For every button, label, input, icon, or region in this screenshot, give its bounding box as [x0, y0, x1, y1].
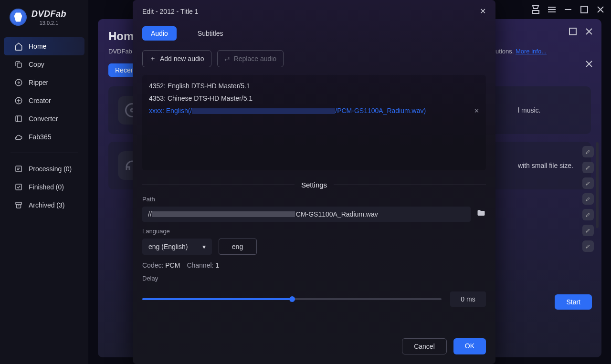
svg-rect-9	[569, 28, 576, 35]
chevron-down-icon: ▾	[202, 243, 206, 250]
button-label: Add new audio	[160, 55, 204, 62]
language-select[interactable]: eng (English) ▾	[142, 239, 212, 255]
delay-slider[interactable]	[142, 298, 442, 300]
slider-fill	[142, 298, 292, 300]
sidebar: DVDFab 13.0.2.1 Home Copy Ripper Creator…	[0, 0, 88, 364]
disc-icon	[14, 78, 23, 87]
card-text: l music.	[518, 106, 540, 114]
svg-rect-6	[16, 184, 21, 190]
app-name: DVDFab	[32, 9, 66, 19]
scrollbar[interactable]	[596, 142, 599, 228]
edit-badge-icon[interactable]	[582, 193, 594, 205]
nav-label: Copy	[29, 61, 44, 68]
creator-icon	[14, 96, 23, 105]
swap-icon: ⇄	[224, 55, 230, 62]
nav-label: Archived (3)	[29, 201, 64, 209]
cloud-icon	[14, 133, 23, 141]
edit-modal: Edit - 2012 - Title 1 ✕ Audio Subtitles …	[133, 0, 495, 364]
desc-prefix: DVDFab	[108, 48, 134, 55]
archive-icon	[14, 201, 23, 209]
panel-inner-close-icon[interactable]	[583, 58, 595, 70]
path-field[interactable]: //CM-GS1100A_Radium.wav	[142, 207, 471, 222]
remove-track-button[interactable]: ✕	[474, 107, 479, 114]
nav-label: Home	[29, 42, 46, 50]
edit-badge-icon[interactable]	[582, 146, 594, 157]
browse-folder-button[interactable]	[476, 208, 486, 220]
edit-badge-icon[interactable]	[582, 162, 594, 173]
panel-close-icon[interactable]	[583, 26, 595, 37]
start-button[interactable]: Start	[555, 294, 592, 310]
copy-icon	[14, 60, 23, 69]
edit-badge-icon[interactable]	[582, 225, 594, 236]
modal-title: Edit - 2012 - Title 1	[142, 8, 199, 15]
slider-thumb[interactable]	[289, 296, 295, 302]
maximize-button[interactable]	[579, 4, 590, 15]
menu-icon[interactable]	[546, 4, 558, 15]
plus-icon: ＋	[149, 54, 156, 63]
home-icon	[14, 42, 23, 51]
card-text: with small file size.	[518, 162, 573, 169]
language-label: Language	[142, 228, 486, 235]
edit-badge-icon[interactable]	[582, 209, 594, 220]
delay-label: Delay	[142, 275, 486, 282]
nav-ripper[interactable]: Ripper	[4, 73, 84, 92]
minimize-button[interactable]	[562, 4, 574, 15]
settings-heading: Settings	[301, 181, 327, 189]
audio-track-row-selected[interactable]: xxxx: English(//PCM-GS1100A_Radium.wav) …	[142, 104, 486, 117]
nav-label: Finished (0)	[29, 183, 64, 191]
track-label: 4352: English DTS-HD Master/5.1	[149, 82, 250, 90]
nav-copy[interactable]: Copy	[4, 55, 84, 73]
more-info-link[interactable]: More info...	[516, 48, 547, 55]
track-label: xxxx: English(//PCM-GS1100A_Radium.wav)	[149, 107, 426, 114]
cancel-button[interactable]: Cancel	[402, 338, 447, 354]
track-label: 4353: Chinese DTS-HD Master/5.1	[149, 94, 253, 102]
panel-maximize-icon[interactable]	[567, 26, 579, 37]
finished-icon	[14, 183, 23, 191]
select-value: eng (English)	[148, 243, 188, 250]
edit-badge-icon[interactable]	[582, 177, 594, 189]
app-logo[interactable]: DVDFab 13.0.2.1	[0, 9, 88, 31]
svg-rect-0	[17, 63, 21, 67]
app-version: 13.0.2.1	[32, 20, 66, 26]
svg-rect-8	[581, 6, 588, 13]
add-audio-button[interactable]: ＋ Add new audio	[142, 50, 211, 67]
tab-subtitles[interactable]: Subtitles	[189, 26, 232, 41]
nav-separator	[11, 153, 78, 153]
nav-finished[interactable]: Finished (0)	[4, 178, 84, 196]
converter-icon	[14, 114, 23, 123]
nav-processing[interactable]: Processing (0)	[4, 160, 84, 178]
processing-icon	[14, 165, 23, 173]
replace-audio-button[interactable]: ⇄ Replace audio	[217, 50, 284, 67]
close-button[interactable]	[595, 4, 606, 15]
nav-archived[interactable]: Archived (3)	[4, 196, 84, 214]
nav-label: Fab365	[29, 133, 51, 141]
path-label: Path	[142, 196, 486, 203]
logo-icon	[10, 9, 27, 26]
language-code-input[interactable]	[219, 239, 257, 255]
edit-badge-icon[interactable]	[582, 240, 594, 252]
audio-track-row[interactable]: 4352: English DTS-HD Master/5.1	[142, 80, 486, 92]
tray-icon[interactable]	[530, 4, 541, 15]
nav-label: Converter	[29, 115, 58, 123]
svg-rect-5	[16, 166, 21, 172]
nav-creator[interactable]: Creator	[4, 92, 84, 110]
nav-fab365[interactable]: Fab365	[4, 128, 84, 146]
svg-rect-7	[16, 202, 21, 205]
modal-close-button[interactable]: ✕	[480, 7, 486, 16]
nav-home[interactable]: Home	[4, 37, 84, 55]
delay-value[interactable]: 0 ms	[450, 291, 486, 307]
svg-point-1	[15, 79, 22, 86]
audio-track-row[interactable]: 4353: Chinese DTS-HD Master/5.1	[142, 92, 486, 104]
nav-label: Processing (0)	[29, 165, 72, 173]
audio-track-list: 4352: English DTS-HD Master/5.1 4353: Ch…	[142, 75, 486, 170]
settings-divider: Settings	[142, 181, 486, 189]
redacted-text	[192, 108, 335, 114]
nav-main: Home Copy Ripper Creator Converter Fab36…	[0, 37, 88, 214]
nav-label: Ripper	[29, 79, 48, 86]
button-label: Replace audio	[234, 55, 277, 62]
nav-converter[interactable]: Converter	[4, 110, 84, 128]
ok-button[interactable]: OK	[453, 338, 486, 354]
svg-rect-4	[16, 116, 21, 122]
redacted-text	[152, 211, 295, 217]
tab-audio[interactable]: Audio	[142, 26, 177, 41]
